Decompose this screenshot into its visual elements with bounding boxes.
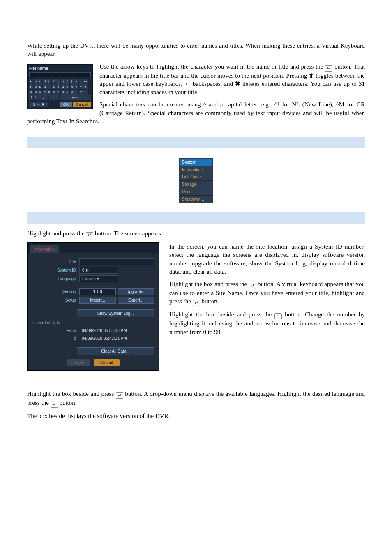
erase-icon: ✖ xyxy=(235,81,240,87)
systemid-stepper[interactable]: 0 ⇅ xyxy=(79,267,118,274)
system-menu-item[interactable]: Information xyxy=(180,166,212,173)
info-para-2: Highlight the box and press the ↵ button… xyxy=(169,280,365,306)
kbd-key[interactable]: 5 xyxy=(47,90,51,95)
kbd-key[interactable] xyxy=(83,90,88,95)
kbd-row-3: 1 2 3 4 5 6 7 8 9 0 – = xyxy=(29,90,91,95)
text: The box beside xyxy=(27,413,66,419)
enter-icon: ↵ xyxy=(51,402,58,408)
kbd-key[interactable]: o xyxy=(34,84,38,89)
system-menu-item[interactable]: User xyxy=(180,188,212,195)
bottom-para-2: The box beside displays the software ver… xyxy=(27,412,365,420)
kbd-key[interactable]: l xyxy=(79,79,83,84)
kbd-key[interactable]: m xyxy=(83,79,88,84)
system-menu-item[interactable]: Shutdown… xyxy=(180,195,212,203)
kbd-key[interactable]: n xyxy=(29,84,33,89)
text: Use the arrow keys to highlight the char… xyxy=(99,63,325,70)
kbd-key[interactable]: 0 xyxy=(70,90,74,95)
save-button[interactable]: Save xyxy=(67,359,90,366)
kbd-key[interactable]: z xyxy=(83,84,88,89)
kbd-key[interactable]: 7 xyxy=(56,90,60,95)
system-menu-item[interactable]: Date/Time xyxy=(180,173,212,180)
text: Highlight xyxy=(27,230,52,237)
kbd-key[interactable]: s xyxy=(52,84,56,89)
text: button. xyxy=(201,298,219,305)
language-value: English xyxy=(82,277,96,281)
kbd-key[interactable]: p xyxy=(38,84,42,89)
kbd-input-field[interactable] xyxy=(29,72,91,77)
system-menu-item[interactable]: Storage xyxy=(180,180,212,188)
kbd-space-key[interactable]: space xyxy=(60,95,91,100)
enter-icon: ↵ xyxy=(193,300,200,306)
version-value-box: 1.1.0 xyxy=(79,288,116,295)
recorded-data-heading: Recorded Data xyxy=(28,318,159,325)
kbd-key[interactable]: j xyxy=(70,79,74,84)
kbd-key[interactable]: 3 xyxy=(38,90,42,95)
kbd-key[interactable]: 8 xyxy=(61,90,65,95)
show-log-button[interactable]: Show System Log... xyxy=(77,309,154,317)
enter-icon: ↵ xyxy=(249,283,256,289)
text: Highlight the box beside xyxy=(27,390,90,397)
text: Highlight the xyxy=(169,281,204,287)
kbd-key[interactable]: 2 xyxy=(34,90,38,95)
text: and press the xyxy=(52,230,86,237)
language-select[interactable]: English ▾ xyxy=(79,275,118,282)
kbd-key[interactable]: ] xyxy=(34,95,38,100)
kbd-key[interactable]: 6 xyxy=(52,90,56,95)
kbd-key[interactable]: c xyxy=(38,79,42,84)
info-tab[interactable]: Information xyxy=(30,245,59,253)
kbd-key[interactable]: k xyxy=(74,79,78,84)
label-site: Site xyxy=(32,259,76,264)
kbd-mod-keys[interactable]: ⇧ ← ✖ xyxy=(29,102,48,107)
cancel-button[interactable]: Cancel xyxy=(94,359,120,366)
kbd-key[interactable]: x xyxy=(74,84,78,89)
open-info-paragraph: Highlight and press the ↵ button. The sc… xyxy=(27,229,365,238)
kbd-bottom-bar: ⇧ ← ✖ OK Cancel xyxy=(29,102,91,107)
kbd-key[interactable]: = xyxy=(79,90,83,95)
system-menu-figure: System Information Date/Time Storage Use… xyxy=(179,158,213,203)
kbd-key[interactable]: q xyxy=(43,84,47,89)
kbd-key[interactable]: u xyxy=(61,84,65,89)
text: button. xyxy=(59,399,76,406)
text: and press the xyxy=(237,311,274,318)
kbd-key[interactable]: g xyxy=(56,79,60,84)
kbd-key[interactable]: i xyxy=(65,79,69,84)
kbd-key[interactable]: h xyxy=(61,79,65,84)
export-button[interactable]: Export... xyxy=(118,297,154,304)
label-systemid: System ID xyxy=(32,268,76,272)
kbd-key[interactable]: b xyxy=(34,79,38,84)
kbd-key[interactable]: , xyxy=(38,95,48,100)
info-para-3: Highlight the box beside and press the ↵… xyxy=(169,310,365,336)
kbd-key[interactable]: y xyxy=(79,84,83,89)
kbd-key[interactable]: – xyxy=(74,90,78,95)
import-button[interactable]: Import... xyxy=(79,297,116,304)
clear-all-button[interactable]: Clear All Data... xyxy=(77,347,154,355)
kbd-row-4: [ ] , . space xyxy=(29,95,91,100)
kbd-key[interactable]: a xyxy=(29,79,33,84)
kbd-key[interactable]: r xyxy=(47,84,51,89)
text: screen, you can name the site location, … xyxy=(169,243,365,275)
kbd-key[interactable]: v xyxy=(65,84,69,89)
kbd-key[interactable]: w xyxy=(70,84,74,89)
kbd-key[interactable]: t xyxy=(56,84,60,89)
label-language: Language xyxy=(32,277,76,281)
text: and xyxy=(244,320,256,327)
kbd-key[interactable]: 1 xyxy=(29,90,33,95)
kbd-row-1: a b c d e f g h i j k l m xyxy=(29,79,91,84)
kbd-key[interactable]: d xyxy=(43,79,47,84)
kbd-key[interactable]: f xyxy=(52,79,56,84)
kbd-cancel-button[interactable]: Cancel xyxy=(73,102,91,107)
kbd-row-2: n o p q r s t u v w x y z xyxy=(29,84,91,89)
label-from: From xyxy=(32,328,76,333)
to-value: 04/09/2010 05:42:11 PM xyxy=(79,335,154,342)
site-field[interactable] xyxy=(79,258,154,265)
from-value: 04/09/2010 05:33:38 PM xyxy=(79,328,154,334)
info-para-1: In the screen, you can name the site loc… xyxy=(169,242,365,276)
information-settings-figure: Information Site System ID 0 ⇅ Language … xyxy=(27,242,159,371)
kbd-key[interactable]: 9 xyxy=(65,90,69,95)
kbd-key[interactable]: e xyxy=(47,79,51,84)
kbd-key[interactable]: . xyxy=(49,95,59,100)
upgrade-button[interactable]: Upgrade... xyxy=(118,288,154,295)
kbd-ok-button[interactable]: OK xyxy=(60,102,72,107)
kbd-key[interactable]: [ xyxy=(29,95,33,100)
kbd-key[interactable]: 4 xyxy=(43,90,47,95)
